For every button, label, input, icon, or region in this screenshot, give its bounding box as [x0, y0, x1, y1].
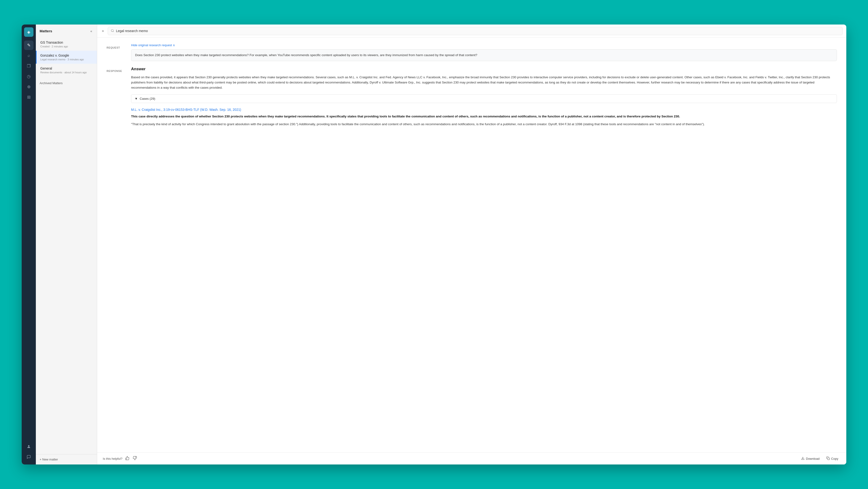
- documents-nav-icon[interactable]: ❐: [24, 61, 33, 71]
- matters-panel: Matters « GS Transaction Created · 2 min…: [36, 25, 97, 465]
- matter-item-gonzalez[interactable]: Gonzalez v. Google Legal research memo ·…: [36, 51, 97, 64]
- case-quote: "That is precisely the kind of activity …: [131, 122, 837, 127]
- app-container: ◈ ✎ ⌕ ❐ ◷ ⊕ ⊞ Matters « GS Transaction C…: [22, 25, 846, 465]
- matters-nav-icon[interactable]: ✎: [24, 40, 33, 50]
- cases-accordion[interactable]: ▼ Cases (29): [131, 94, 837, 103]
- matter-meta: Created · 2 minutes ago: [40, 45, 93, 48]
- search-nav-icon[interactable]: ⌕: [24, 51, 33, 60]
- new-matter-button[interactable]: + New matter: [40, 458, 58, 461]
- icon-sidebar: ◈ ✎ ⌕ ❐ ◷ ⊕ ⊞: [22, 25, 36, 465]
- main-area: » Legal research memo REQUEST Hide origi…: [97, 25, 846, 465]
- search-icon: [111, 29, 114, 33]
- search-bar[interactable]: Legal research memo: [108, 27, 842, 35]
- files-nav-icon[interactable]: ⊞: [24, 92, 33, 102]
- svg-rect-3: [828, 458, 829, 460]
- research-nav-icon[interactable]: ⊕: [24, 82, 33, 91]
- request-label: REQUEST: [106, 43, 125, 61]
- request-section: REQUEST Hide original research request ∧…: [106, 43, 837, 61]
- copy-icon: [826, 456, 830, 461]
- request-box: Does Section 230 protect websites when t…: [131, 49, 837, 61]
- response-label: RESPONSE: [106, 67, 125, 127]
- matter-name: GS Transaction: [40, 40, 93, 44]
- chat-nav-icon[interactable]: [24, 452, 33, 462]
- helpful-row: Is this helpful?: [103, 456, 137, 462]
- top-bar: » Legal research memo: [97, 25, 846, 38]
- bottom-bar: Is this helpful? Download: [97, 453, 846, 464]
- svg-point-0: [28, 445, 29, 447]
- matter-meta: Review documents · about 14 hours ago: [40, 71, 93, 74]
- thumbs-up-button[interactable]: [125, 456, 130, 462]
- download-button[interactable]: Download: [799, 455, 822, 462]
- svg-point-1: [111, 29, 114, 31]
- cases-label: Cases (29): [140, 97, 155, 100]
- history-nav-icon[interactable]: ◷: [24, 72, 33, 81]
- response-content: Answer Based on the cases provided, it a…: [131, 67, 837, 127]
- search-text: Legal research memo: [116, 29, 148, 33]
- collapse-button[interactable]: «: [89, 28, 93, 34]
- download-label: Download: [806, 457, 820, 460]
- request-text: Does Section 230 protect websites when t…: [135, 53, 477, 57]
- chevron-up-icon: ∧: [173, 43, 175, 47]
- matters-header: Matters «: [36, 25, 97, 38]
- copy-label: Copy: [831, 457, 838, 460]
- case-summary: This case directly addresses the questio…: [131, 114, 837, 119]
- response-body: Based on the cases provided, it appears …: [131, 75, 837, 91]
- thumbs-down-button[interactable]: [132, 456, 137, 462]
- matters-footer: + New matter: [36, 454, 97, 464]
- request-content: Hide original research request ∧ Does Se…: [131, 43, 837, 61]
- app-logo[interactable]: ◈: [24, 27, 33, 37]
- accordion-icon: ▼: [134, 97, 138, 100]
- matters-title: Matters: [40, 29, 52, 33]
- archived-section[interactable]: Archived Matters: [36, 79, 97, 88]
- profile-nav-icon[interactable]: [24, 442, 33, 451]
- matter-name: General: [40, 66, 93, 70]
- download-icon: [801, 456, 805, 461]
- hide-request-button[interactable]: Hide original research request ∧: [131, 43, 175, 47]
- case-link[interactable]: M.L. v. Craigslist Inc., 3:19-cv-06153-B…: [131, 108, 837, 112]
- case-item: M.L. v. Craigslist Inc., 3:19-cv-06153-B…: [131, 108, 837, 127]
- expand-button[interactable]: »: [101, 28, 105, 34]
- matter-item-general[interactable]: General Review documents · about 14 hour…: [36, 64, 97, 77]
- answer-heading: Answer: [131, 67, 837, 71]
- matter-name: Gonzalez v. Google: [40, 54, 93, 57]
- helpful-label: Is this helpful?: [103, 457, 122, 460]
- response-section: RESPONSE Answer Based on the cases provi…: [106, 67, 837, 127]
- matter-item-gs-transaction[interactable]: GS Transaction Created · 2 minutes ago: [36, 38, 97, 51]
- logo-icon: ◈: [27, 29, 30, 35]
- copy-button[interactable]: Copy: [824, 455, 841, 462]
- action-buttons: Download Copy: [799, 455, 841, 462]
- content-area: REQUEST Hide original research request ∧…: [97, 38, 846, 453]
- matter-meta: Legal research memo · 3 minutes ago: [40, 58, 93, 61]
